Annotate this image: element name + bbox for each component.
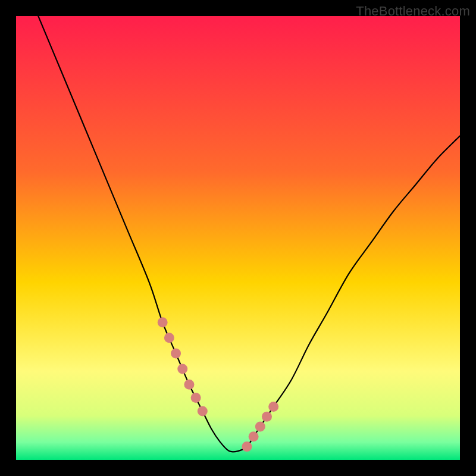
highlight-dot — [255, 422, 265, 432]
highlight-dot — [191, 393, 201, 403]
highlight-dot — [184, 380, 194, 390]
highlight-dots-right — [242, 402, 278, 452]
chart-frame — [16, 16, 460, 460]
highlight-dot — [164, 333, 174, 343]
highlight-dot — [268, 402, 278, 412]
highlight-dot — [158, 317, 168, 327]
bottleneck-curve — [38, 16, 460, 452]
highlight-dot — [177, 364, 187, 374]
highlight-dots-left — [158, 317, 208, 416]
curve-layer — [16, 16, 460, 460]
highlight-dot — [171, 348, 181, 358]
highlight-dot — [198, 406, 208, 416]
highlight-dot — [262, 412, 272, 422]
watermark-text: TheBottleneck.com — [356, 4, 470, 19]
highlight-dot — [249, 431, 259, 441]
highlight-dot — [242, 441, 252, 452]
